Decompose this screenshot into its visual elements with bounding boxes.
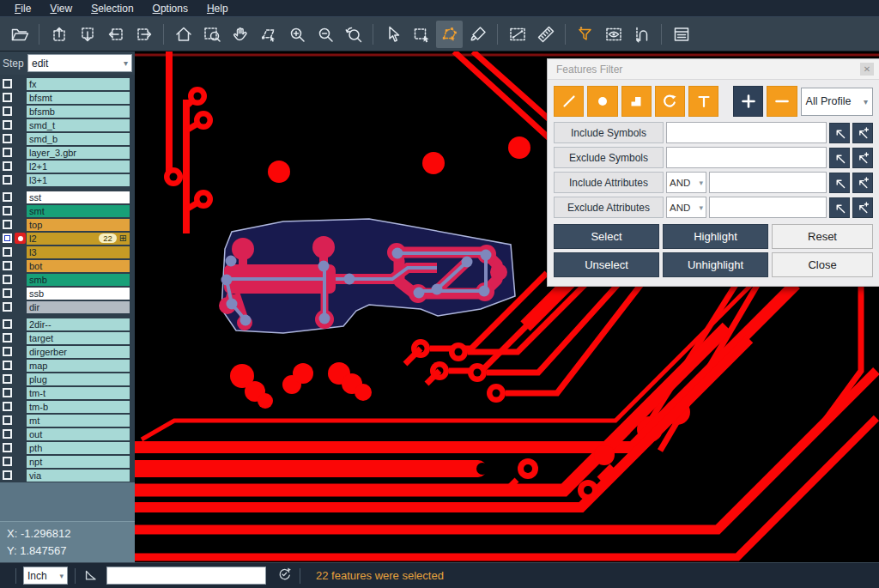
layer-bar[interactable]: target ⊞	[27, 332, 130, 344]
layer-bar[interactable]: l3 ⊞	[27, 246, 130, 258]
layer-bar[interactable]: smd_b ⊞	[27, 133, 130, 145]
layer-visibility-checkbox[interactable]	[3, 220, 12, 229]
text-tool-button[interactable]	[688, 86, 718, 117]
menu-view[interactable]: View	[40, 0, 82, 17]
command-input[interactable]	[106, 567, 266, 585]
menu-file[interactable]: File	[5, 0, 40, 17]
profile-select[interactable]: All Profile ▾	[801, 88, 873, 116]
layer-bar[interactable]: smb ⊞	[27, 274, 130, 286]
pad-tool-button[interactable]	[587, 86, 617, 117]
polygon-select-icon[interactable]	[436, 21, 463, 48]
layer-row[interactable]: l2+1 ⊞	[0, 160, 135, 173]
layer-row[interactable]: plug ⊞	[0, 373, 135, 385]
unselect-button[interactable]: Unselect	[554, 252, 659, 277]
menu-options[interactable]: Options	[143, 0, 197, 17]
layer-bar[interactable]: via ⊞	[27, 470, 130, 482]
paint-brush-icon[interactable]	[464, 21, 491, 48]
layer-row[interactable]: tm-b ⊞	[0, 400, 135, 413]
layer-row[interactable]: smd_b ⊞	[0, 132, 135, 145]
exclude-attributes-button[interactable]: Exclude Attributes	[554, 197, 664, 218]
surface-tool-button[interactable]	[621, 86, 652, 117]
layer-row[interactable]: l3+1 ⊞	[0, 173, 135, 186]
layer-row[interactable]: layer_3.gbr ⊞	[0, 146, 135, 159]
layer-row[interactable]: mt ⊞	[0, 414, 135, 427]
pan-right-icon[interactable]	[130, 21, 157, 48]
layer-visibility-checkbox[interactable]	[3, 233, 12, 243]
measure-ruler-icon[interactable]	[532, 21, 559, 48]
layer-row[interactable]: dir ⊞	[0, 300, 135, 313]
layer-bar[interactable]: bfsmt ⊞	[27, 92, 130, 104]
layer-bar[interactable]: l2+1 ⊞	[27, 161, 130, 173]
layer-row[interactable]: out ⊞	[0, 427, 135, 440]
zoom-area-icon[interactable]	[255, 21, 282, 48]
rect-select-icon[interactable]	[408, 21, 434, 48]
layer-visibility-checkbox[interactable]	[3, 192, 12, 202]
layer-visibility-checkbox[interactable]	[3, 261, 12, 270]
layer-bar[interactable]: map ⊞	[27, 360, 130, 372]
close-button[interactable]: Close	[772, 252, 873, 277]
layer-row[interactable]: tm-t ⊞	[0, 386, 135, 399]
layer-row[interactable]: ssb ⊞	[0, 287, 135, 300]
layer-row[interactable]: smb ⊞	[0, 273, 135, 286]
pick-add-arrow-icon[interactable]	[852, 197, 873, 218]
exclude-symbols-button[interactable]: Exclude Symbols	[554, 147, 664, 168]
dialog-titlebar[interactable]: Features Filter ✕	[548, 59, 879, 80]
layer-row[interactable]: bot ⊞	[0, 259, 135, 272]
pan-left-icon[interactable]	[102, 21, 129, 48]
layer-row[interactable]: npt ⊞	[0, 455, 135, 468]
layer-visibility-checkbox[interactable]	[3, 288, 12, 298]
layer-bar[interactable]: mt ⊞	[27, 415, 130, 427]
layer-visibility-checkbox[interactable]	[3, 106, 12, 116]
view-options-icon[interactable]	[600, 21, 627, 48]
exclude-attributes-input[interactable]	[709, 197, 827, 218]
layer-visibility-checkbox[interactable]	[3, 175, 12, 185]
pick-arrow-icon[interactable]	[829, 173, 850, 193]
layer-visibility-checkbox[interactable]	[3, 206, 12, 215]
zoom-window-icon[interactable]	[198, 21, 225, 48]
layer-visibility-checkbox[interactable]	[3, 120, 12, 130]
include-attributes-logic-select[interactable]: AND ▾	[666, 172, 706, 193]
layer-visibility-checkbox[interactable]	[3, 79, 12, 88]
layer-visibility-checkbox[interactable]	[3, 443, 12, 452]
layer-bar[interactable]: pth ⊞	[27, 442, 130, 454]
snap-mode-icon[interactable]	[628, 21, 655, 48]
include-attributes-input[interactable]	[709, 172, 827, 193]
layer-bar[interactable]: l2 22 ⊞	[27, 233, 130, 245]
layer-bar[interactable]: bot ⊞	[27, 260, 130, 272]
zoom-previous-icon[interactable]	[340, 21, 367, 48]
angle-measure-icon[interactable]	[82, 566, 100, 586]
layer-visibility-checkbox[interactable]	[3, 161, 12, 171]
layer-row[interactable]: top ⊞	[0, 218, 135, 231]
layer-visibility-checkbox[interactable]	[3, 429, 12, 439]
layer-row[interactable]: pth ⊞	[0, 441, 135, 454]
layer-row[interactable]: sst ⊞	[0, 191, 135, 203]
layer-visibility-checkbox[interactable]	[3, 148, 12, 157]
layer-row[interactable]: smd_t ⊞	[0, 118, 135, 131]
pick-add-arrow-icon[interactable]	[852, 123, 873, 143]
layer-visibility-checkbox[interactable]	[3, 333, 12, 342]
layer-visibility-checkbox[interactable]	[3, 347, 12, 356]
layers-panel-icon[interactable]	[668, 21, 694, 48]
pick-arrow-icon[interactable]	[829, 148, 850, 168]
layer-bar[interactable]: plug ⊞	[27, 373, 130, 385]
layer-visibility-checkbox[interactable]	[3, 247, 12, 257]
layer-visibility-checkbox[interactable]	[3, 93, 12, 102]
layer-bar[interactable]: dir ⊞	[27, 301, 130, 313]
layer-visibility-checkbox[interactable]	[3, 415, 12, 425]
layer-row[interactable]: target ⊞	[0, 331, 135, 344]
layer-row[interactable]: via ⊞	[0, 469, 135, 482]
zoom-out-icon[interactable]	[312, 21, 338, 48]
pick-add-arrow-icon[interactable]	[852, 148, 873, 168]
features-filter-icon[interactable]	[572, 21, 598, 48]
layer-bar[interactable]: fx ⊞	[27, 78, 130, 90]
layer-bar[interactable]: sst ⊞	[27, 191, 130, 203]
include-symbols-input[interactable]	[666, 122, 827, 143]
exclude-attributes-logic-select[interactable]: AND ▾	[666, 197, 706, 218]
reset-button[interactable]: Reset	[772, 224, 873, 249]
unit-select[interactable]: Inch ▾	[23, 567, 68, 585]
layer-visibility-checkbox[interactable]	[3, 302, 12, 312]
layer-bar[interactable]: bfsmb ⊞	[27, 106, 130, 118]
layer-bar[interactable]: dirgerber ⊞	[27, 346, 130, 358]
line-tool-button[interactable]	[554, 86, 584, 117]
layer-visibility-checkbox[interactable]	[3, 402, 12, 411]
